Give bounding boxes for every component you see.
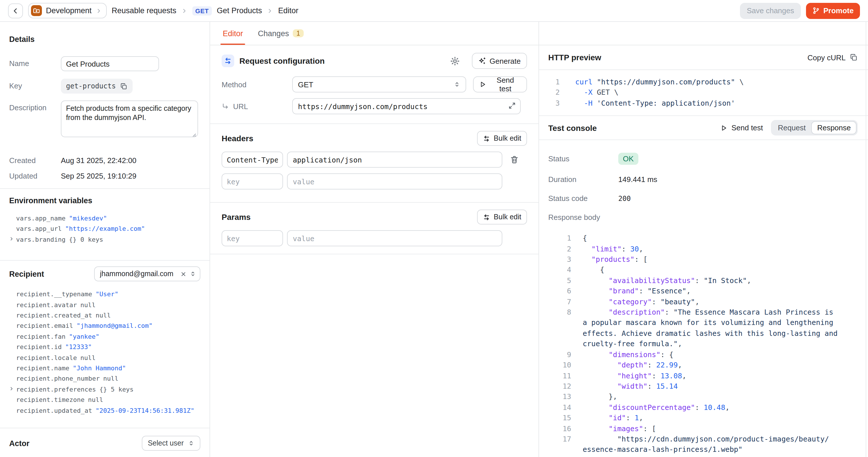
chevron-updown-icon — [189, 270, 196, 277]
settings-gear-button[interactable] — [450, 56, 460, 66]
curl-preview-code: 1curl "https://dummyjson.com/products" \… — [539, 70, 868, 116]
recipient-select[interactable]: jhammond@gmail.com — [94, 266, 200, 281]
recipient-property-row-value: "jhammond@gmail.com" — [76, 321, 153, 332]
changes-count-badge: 1 — [293, 29, 304, 37]
app-window: Development Reusable requests GET Get Pr… — [0, 0, 868, 457]
send-test-button[interactable]: Send test — [473, 77, 527, 92]
line-number: 6 — [548, 286, 571, 297]
json-line-code: "products": [ — [583, 254, 648, 265]
recipient-property-row-key: recipient.__typename — [16, 290, 92, 300]
actor-heading: Actor — [9, 439, 30, 448]
recipient-property-row-key: recipient.timezone — [16, 395, 84, 406]
top-bar: Development Reusable requests GET Get Pr… — [0, 0, 868, 22]
description-textarea[interactable]: Fetch products from a specific category … — [61, 100, 198, 137]
recipient-property-row: recipient.phone_numbernull — [9, 374, 200, 385]
json-line: 8 "description": "The Essence Mascara La… — [548, 307, 859, 318]
curl-line: 1curl "https://dummyjson.com/products" \ — [548, 77, 859, 88]
header-key-input[interactable] — [222, 152, 283, 167]
json-line-code: "id": 1, — [583, 413, 643, 423]
headers-bulk-edit-button[interactable]: Bulk edit — [477, 131, 527, 146]
expand-chevron-icon[interactable] — [9, 386, 14, 391]
recipient-property-row-value: "User" — [96, 290, 119, 300]
updated-label: Updated — [9, 169, 61, 180]
environment-variables-list: vars.app_name"mikesdev"vars.app_url"http… — [9, 214, 200, 245]
back-button[interactable] — [8, 3, 23, 18]
status-code-label: Status code — [548, 194, 618, 203]
breadcrumb-request-name[interactable]: Get Products — [217, 6, 262, 15]
header-value-input[interactable] — [287, 173, 502, 189]
created-value: Aug 31 2025, 22:42:00 — [61, 153, 136, 165]
key-pill: get-products — [61, 79, 132, 94]
tab-changes[interactable]: Changes 1 — [257, 22, 305, 45]
copy-curl-label: Copy cURL — [807, 53, 846, 62]
generate-button[interactable]: Generate — [472, 53, 527, 69]
params-bulk-edit-button[interactable]: Bulk edit — [477, 210, 527, 224]
json-line-code: effects. Achieve dramatic lashes with th… — [583, 328, 838, 339]
json-line-code: a popular mascara known for its volumizi… — [583, 318, 833, 328]
param-key-input[interactable] — [222, 230, 283, 246]
clear-recipient-button[interactable] — [180, 271, 187, 277]
tab-editor[interactable]: Editor — [222, 22, 244, 45]
url-label: URL — [233, 102, 248, 111]
json-line-code: cruelty-free formula.", — [583, 339, 682, 349]
environment-switcher[interactable]: Development — [28, 3, 106, 19]
json-line: 10 "depth": 22.99, — [548, 360, 859, 371]
response-meta: Status OK Duration 149.441 ms Status cod… — [539, 153, 868, 455]
console-send-test-button[interactable]: Send test — [720, 123, 763, 132]
json-line: essence-mascara-lash-princess/1.webp" — [548, 445, 859, 455]
line-number: 4 — [548, 265, 571, 276]
recipient-property-row-key: recipient.id — [16, 342, 62, 353]
editor-panel: Editor Changes 1 Request configuration G… — [210, 22, 539, 457]
line-number — [548, 318, 571, 328]
json-line: 1{ — [548, 233, 859, 244]
copy-curl-button[interactable]: Copy cURL — [807, 53, 858, 62]
promote-button[interactable]: Promote — [806, 3, 860, 19]
expand-chevron-icon[interactable] — [9, 237, 14, 241]
json-line: 15 "id": 1, — [548, 413, 859, 423]
line-number: 5 — [548, 276, 571, 286]
request-toggle[interactable]: Request — [772, 121, 811, 134]
header-key-input[interactable] — [222, 173, 283, 189]
delete-header-button[interactable] — [510, 155, 519, 164]
json-line: 6 "brand": "Essence", — [548, 286, 859, 297]
return-arrow-icon — [222, 102, 229, 110]
method-select[interactable]: GET — [292, 77, 466, 92]
response-toggle[interactable]: Response — [811, 121, 857, 134]
recipient-property-row-value: "12333" — [65, 342, 92, 353]
curl-line: 3 -H 'Content-Type: application/json' — [548, 98, 859, 109]
recipient-property-row: recipient.localenull — [9, 353, 200, 363]
line-number: 1 — [548, 233, 571, 244]
header-rows — [222, 152, 527, 167]
param-value-input[interactable] — [287, 230, 502, 246]
url-input[interactable] — [292, 98, 521, 114]
recipient-property-row: recipient.__typename"User" — [9, 290, 200, 300]
recipient-property-row-value: null — [81, 300, 96, 311]
json-line-code: "category": "beauty", — [583, 297, 699, 307]
breadcrumb-page: Editor — [278, 6, 299, 15]
breadcrumb-reusable-requests[interactable]: Reusable requests — [112, 6, 176, 15]
generate-label: Generate — [490, 57, 521, 65]
json-line: a popular mascara known for its volumizi… — [548, 318, 859, 328]
status-code-value: 200 — [618, 194, 631, 202]
json-line-code: "limit": 30, — [583, 244, 643, 254]
tab-editor-label: Editor — [223, 29, 243, 38]
expand-icon[interactable] — [508, 102, 516, 110]
copy-key-button[interactable] — [120, 82, 127, 90]
json-line: 12 "width": 15.14 — [548, 381, 859, 392]
test-console-header: Test console Send test Request Response — [539, 116, 868, 140]
updated-value: Sep 25 2025, 19:10:29 — [61, 169, 136, 180]
line-number: 12 — [548, 381, 571, 392]
json-line: cruelty-free formula.", — [548, 339, 859, 349]
header-empty-row — [222, 173, 527, 189]
curl-line-code: -H 'Content-Type: application/json' — [575, 98, 735, 109]
send-test-label: Send test — [490, 76, 521, 93]
header-value-input[interactable] — [287, 152, 502, 167]
sparkle-icon — [478, 57, 486, 65]
save-changes-button[interactable]: Save changes — [740, 3, 801, 19]
resize-handle-icon[interactable] — [191, 131, 196, 137]
recipient-property-row: recipient.timezonenull — [9, 395, 200, 406]
name-input[interactable] — [61, 56, 159, 71]
env-var-row-value: {} 0 keys — [69, 235, 103, 245]
actor-select[interactable]: Select user — [142, 436, 200, 451]
copy-icon — [120, 82, 127, 90]
